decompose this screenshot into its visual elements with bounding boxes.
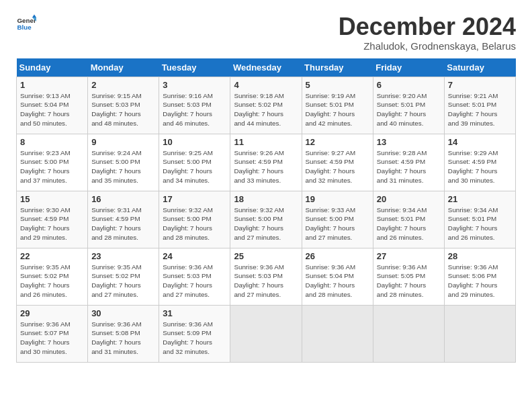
day-number: 22 [20, 251, 84, 261]
calendar-cell: 4Sunrise: 9:18 AMSunset: 5:02 PMDaylight… [230, 77, 302, 134]
logo: General Blue [16, 13, 36, 34]
calendar-cell: 17Sunrise: 9:32 AMSunset: 5:00 PMDayligh… [159, 191, 230, 248]
calendar-cell: 13Sunrise: 9:28 AMSunset: 4:59 PMDayligh… [373, 134, 444, 191]
header: General Blue December 2024 Zhaludok, Gro… [16, 13, 516, 52]
calendar-week-1: 1Sunrise: 9:13 AMSunset: 5:04 PMDaylight… [17, 77, 516, 134]
calendar-body: 1Sunrise: 9:13 AMSunset: 5:04 PMDaylight… [17, 77, 516, 362]
day-number: 3 [163, 80, 226, 90]
day-info: Sunrise: 9:31 AMSunset: 4:59 PMDaylight:… [91, 205, 155, 242]
day-info: Sunrise: 9:35 AMSunset: 5:02 PMDaylight:… [20, 263, 84, 300]
weekday-header-friday: Friday [373, 58, 444, 77]
day-info: Sunrise: 9:20 AMSunset: 5:01 PMDaylight:… [377, 91, 441, 128]
day-info: Sunrise: 9:27 AMSunset: 4:59 PMDaylight:… [306, 148, 369, 185]
day-info: Sunrise: 9:34 AMSunset: 5:01 PMDaylight:… [448, 205, 512, 242]
day-info: Sunrise: 9:36 AMSunset: 5:08 PMDaylight:… [91, 320, 155, 357]
calendar-cell: 6Sunrise: 9:20 AMSunset: 5:01 PMDaylight… [373, 77, 444, 134]
calendar-cell [444, 305, 515, 362]
weekday-header-wednesday: Wednesday [230, 58, 302, 77]
day-number: 6 [377, 80, 441, 90]
calendar-week-3: 15Sunrise: 9:30 AMSunset: 4:59 PMDayligh… [17, 191, 516, 248]
calendar-cell: 14Sunrise: 9:29 AMSunset: 4:59 PMDayligh… [444, 134, 515, 191]
day-info: Sunrise: 9:34 AMSunset: 5:01 PMDaylight:… [377, 205, 441, 242]
day-number: 2 [91, 80, 155, 90]
calendar-cell: 11Sunrise: 9:26 AMSunset: 4:59 PMDayligh… [230, 134, 302, 191]
calendar-cell: 23Sunrise: 9:35 AMSunset: 5:02 PMDayligh… [88, 248, 159, 305]
calendar-cell: 10Sunrise: 9:25 AMSunset: 5:00 PMDayligh… [159, 134, 230, 191]
day-number: 28 [448, 251, 512, 261]
title-block: December 2024 Zhaludok, Grodnenskaya, Be… [339, 13, 516, 52]
day-number: 1 [20, 80, 84, 90]
day-info: Sunrise: 9:21 AMSunset: 5:01 PMDaylight:… [448, 91, 512, 128]
day-info: Sunrise: 9:16 AMSunset: 5:03 PMDaylight:… [163, 91, 226, 128]
day-number: 14 [448, 137, 512, 147]
calendar-cell: 8Sunrise: 9:23 AMSunset: 5:00 PMDaylight… [17, 134, 88, 191]
weekday-header-monday: Monday [88, 58, 159, 77]
day-number: 4 [234, 80, 298, 90]
day-info: Sunrise: 9:13 AMSunset: 5:04 PMDaylight:… [20, 91, 84, 128]
day-number: 25 [234, 251, 298, 261]
day-info: Sunrise: 9:24 AMSunset: 5:00 PMDaylight:… [91, 148, 155, 185]
day-info: Sunrise: 9:19 AMSunset: 5:01 PMDaylight:… [306, 91, 369, 128]
day-info: Sunrise: 9:32 AMSunset: 5:00 PMDaylight:… [234, 205, 298, 242]
calendar-cell: 27Sunrise: 9:36 AMSunset: 5:05 PMDayligh… [373, 248, 444, 305]
calendar-cell [302, 305, 373, 362]
calendar-cell: 21Sunrise: 9:34 AMSunset: 5:01 PMDayligh… [444, 191, 515, 248]
day-number: 15 [20, 194, 84, 204]
day-number: 9 [91, 137, 155, 147]
day-number: 16 [91, 194, 155, 204]
calendar-cell [373, 305, 444, 362]
month-title: December 2024 [339, 13, 516, 40]
calendar-header: SundayMondayTuesdayWednesdayThursdayFrid… [17, 58, 516, 77]
calendar-cell: 28Sunrise: 9:36 AMSunset: 5:06 PMDayligh… [444, 248, 515, 305]
day-number: 7 [448, 80, 512, 90]
calendar-cell: 9Sunrise: 9:24 AMSunset: 5:00 PMDaylight… [88, 134, 159, 191]
calendar-cell: 30Sunrise: 9:36 AMSunset: 5:08 PMDayligh… [88, 305, 159, 362]
svg-marker-2 [32, 15, 36, 18]
calendar-cell: 18Sunrise: 9:32 AMSunset: 5:00 PMDayligh… [230, 191, 302, 248]
day-number: 30 [91, 308, 155, 318]
day-info: Sunrise: 9:36 AMSunset: 5:03 PMDaylight:… [163, 263, 226, 300]
day-info: Sunrise: 9:36 AMSunset: 5:09 PMDaylight:… [163, 320, 226, 357]
calendar-week-2: 8Sunrise: 9:23 AMSunset: 5:00 PMDaylight… [17, 134, 516, 191]
weekday-header-tuesday: Tuesday [159, 58, 230, 77]
calendar-cell: 5Sunrise: 9:19 AMSunset: 5:01 PMDaylight… [302, 77, 373, 134]
day-info: Sunrise: 9:36 AMSunset: 5:03 PMDaylight:… [234, 263, 298, 300]
weekday-header-sunday: Sunday [17, 58, 88, 77]
day-info: Sunrise: 9:26 AMSunset: 4:59 PMDaylight:… [234, 148, 298, 185]
calendar-cell: 12Sunrise: 9:27 AMSunset: 4:59 PMDayligh… [302, 134, 373, 191]
logo-icon: General Blue [16, 13, 36, 34]
weekday-row: SundayMondayTuesdayWednesdayThursdayFrid… [17, 58, 516, 77]
day-number: 8 [20, 137, 84, 147]
day-info: Sunrise: 9:36 AMSunset: 5:04 PMDaylight:… [306, 263, 369, 300]
calendar-cell: 15Sunrise: 9:30 AMSunset: 4:59 PMDayligh… [17, 191, 88, 248]
day-number: 21 [448, 194, 512, 204]
day-number: 26 [306, 251, 369, 261]
day-info: Sunrise: 9:28 AMSunset: 4:59 PMDaylight:… [377, 148, 441, 185]
calendar-cell: 7Sunrise: 9:21 AMSunset: 5:01 PMDaylight… [444, 77, 515, 134]
calendar-cell: 26Sunrise: 9:36 AMSunset: 5:04 PMDayligh… [302, 248, 373, 305]
calendar-cell: 20Sunrise: 9:34 AMSunset: 5:01 PMDayligh… [373, 191, 444, 248]
calendar-cell: 1Sunrise: 9:13 AMSunset: 5:04 PMDaylight… [17, 77, 88, 134]
calendar-cell: 22Sunrise: 9:35 AMSunset: 5:02 PMDayligh… [17, 248, 88, 305]
day-number: 11 [234, 137, 298, 147]
calendar-cell: 16Sunrise: 9:31 AMSunset: 4:59 PMDayligh… [88, 191, 159, 248]
calendar-table: SundayMondayTuesdayWednesdayThursdayFrid… [16, 58, 516, 363]
calendar-cell: 31Sunrise: 9:36 AMSunset: 5:09 PMDayligh… [159, 305, 230, 362]
calendar-cell: 2Sunrise: 9:15 AMSunset: 5:03 PMDaylight… [88, 77, 159, 134]
svg-text:Blue: Blue [17, 24, 32, 31]
day-number: 12 [306, 137, 369, 147]
day-number: 18 [234, 194, 298, 204]
subtitle: Zhaludok, Grodnenskaya, Belarus [339, 40, 516, 52]
day-info: Sunrise: 9:36 AMSunset: 5:05 PMDaylight:… [377, 263, 441, 300]
day-number: 27 [377, 251, 441, 261]
day-number: 10 [163, 137, 226, 147]
day-info: Sunrise: 9:36 AMSunset: 5:07 PMDaylight:… [20, 320, 84, 357]
day-number: 29 [20, 308, 84, 318]
calendar-cell: 24Sunrise: 9:36 AMSunset: 5:03 PMDayligh… [159, 248, 230, 305]
calendar-cell: 29Sunrise: 9:36 AMSunset: 5:07 PMDayligh… [17, 305, 88, 362]
calendar-cell: 3Sunrise: 9:16 AMSunset: 5:03 PMDaylight… [159, 77, 230, 134]
day-info: Sunrise: 9:15 AMSunset: 5:03 PMDaylight:… [91, 91, 155, 128]
day-number: 17 [163, 194, 226, 204]
day-number: 20 [377, 194, 441, 204]
calendar-cell: 19Sunrise: 9:33 AMSunset: 5:00 PMDayligh… [302, 191, 373, 248]
